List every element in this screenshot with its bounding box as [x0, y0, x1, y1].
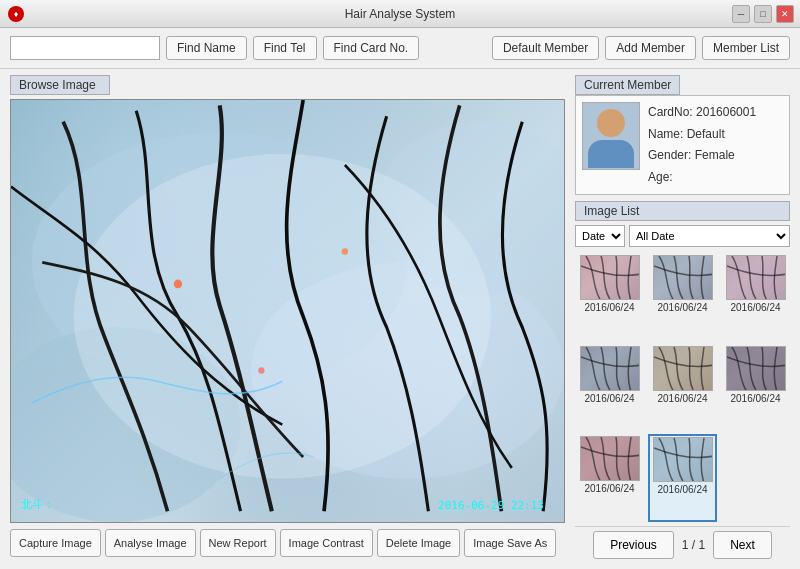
hair-image: 北斗： 2016-06-29 22:13 [11, 100, 564, 522]
image-timestamp: 2016-06-29 22:13 [438, 499, 544, 512]
thumb-date: 2016/06/24 [584, 483, 634, 494]
member-card: CardNo: 201606001 Name: Default Gender: … [575, 95, 790, 195]
search-input[interactable] [10, 36, 160, 60]
image-thumb[interactable]: 2016/06/24 [648, 253, 717, 339]
thumb-date: 2016/06/24 [657, 393, 707, 404]
image-label: 北斗： [21, 497, 54, 512]
thumb-date: 2016/06/24 [584, 393, 634, 404]
current-member-section: Current Member CardNo: 201606001 [575, 75, 790, 195]
minimize-button[interactable]: ─ [732, 5, 750, 23]
name-label: Name: [648, 127, 683, 141]
close-button[interactable]: ✕ [776, 5, 794, 23]
find-card-no-button[interactable]: Find Card No. [323, 36, 420, 60]
analyse-image-button[interactable]: Analyse Image [105, 529, 196, 557]
image-list-label: Image List [575, 201, 790, 221]
toolbar: Find Name Find Tel Find Card No. Default… [0, 28, 800, 69]
find-name-button[interactable]: Find Name [166, 36, 247, 60]
avatar-person [583, 103, 639, 169]
app-title: Hair Analyse System [345, 7, 456, 21]
previous-button[interactable]: Previous [593, 531, 674, 559]
find-tel-button[interactable]: Find Tel [253, 36, 317, 60]
thumb-date: 2016/06/24 [730, 393, 780, 404]
date-filter-select[interactable]: Date [575, 225, 625, 247]
card-no-value: 201606001 [696, 105, 756, 119]
image-contrast-button[interactable]: Image Contrast [280, 529, 373, 557]
image-list-filters: Date All Date [575, 225, 790, 247]
avatar-head [597, 109, 625, 137]
image-thumb[interactable]: 2016/06/24 [721, 253, 790, 339]
name-row: Name: Default [648, 124, 756, 146]
all-date-filter-select[interactable]: All Date [629, 225, 790, 247]
member-list-button[interactable]: Member List [702, 36, 790, 60]
current-member-label: Current Member [575, 75, 680, 95]
avatar [582, 102, 640, 170]
svg-point-7 [258, 367, 264, 373]
gender-label: Gender: [648, 148, 691, 162]
card-no-label: CardNo: [648, 105, 693, 119]
page-info: 1 / 1 [682, 538, 705, 552]
image-thumb[interactable]: 2016/06/24 [575, 253, 644, 339]
bottom-toolbar: Capture Image Analyse Image New Report I… [10, 523, 565, 563]
thumb-date: 2016/06/24 [657, 302, 707, 313]
svg-point-6 [342, 248, 348, 254]
age-row: Age: [648, 167, 756, 189]
thumb-date: 2016/06/24 [657, 484, 707, 495]
card-no-row: CardNo: 201606001 [648, 102, 756, 124]
image-thumb[interactable]: 2016/06/24 [721, 344, 790, 430]
svg-point-4 [74, 154, 491, 479]
image-thumb[interactable]: 2016/06/24 [575, 434, 644, 522]
right-panel: Current Member CardNo: 201606001 [575, 75, 790, 563]
thumb-date: 2016/06/24 [584, 302, 634, 313]
maximize-button[interactable]: □ [754, 5, 772, 23]
image-grid: 2016/06/242016/06/242016/06/242016/06/24… [575, 253, 790, 522]
image-thumb[interactable]: 2016/06/24 [575, 344, 644, 430]
browse-label: Browse Image [10, 75, 110, 95]
member-info: CardNo: 201606001 Name: Default Gender: … [648, 102, 756, 188]
delete-image-button[interactable]: Delete Image [377, 529, 460, 557]
gender-value: Female [695, 148, 735, 162]
thumb-date: 2016/06/24 [730, 302, 780, 313]
svg-point-5 [174, 280, 182, 289]
image-thumb[interactable]: 2016/06/24 [648, 434, 717, 522]
hair-svg [11, 100, 564, 522]
pagination-bar: Previous 1 / 1 Next [575, 526, 790, 563]
app-icon: ♦ [8, 6, 24, 22]
left-panel: Browse Image [10, 75, 565, 563]
main-content: Find Name Find Tel Find Card No. Default… [0, 28, 800, 569]
age-label: Age: [648, 170, 673, 184]
image-viewport: 北斗： 2016-06-29 22:13 [10, 99, 565, 523]
add-member-button[interactable]: Add Member [605, 36, 696, 60]
gender-row: Gender: Female [648, 145, 756, 167]
avatar-body [588, 140, 634, 168]
next-button[interactable]: Next [713, 531, 772, 559]
image-save-as-button[interactable]: Image Save As [464, 529, 556, 557]
default-member-button[interactable]: Default Member [492, 36, 599, 60]
name-value: Default [687, 127, 725, 141]
image-thumb[interactable]: 2016/06/24 [648, 344, 717, 430]
capture-image-button[interactable]: Capture Image [10, 529, 101, 557]
image-list-section: Image List Date All Date 2016/06/242016/… [575, 201, 790, 563]
title-bar: ♦ Hair Analyse System ─ □ ✕ [0, 0, 800, 28]
window-controls: ─ □ ✕ [732, 5, 794, 23]
new-report-button[interactable]: New Report [200, 529, 276, 557]
body-area: Browse Image [0, 69, 800, 569]
